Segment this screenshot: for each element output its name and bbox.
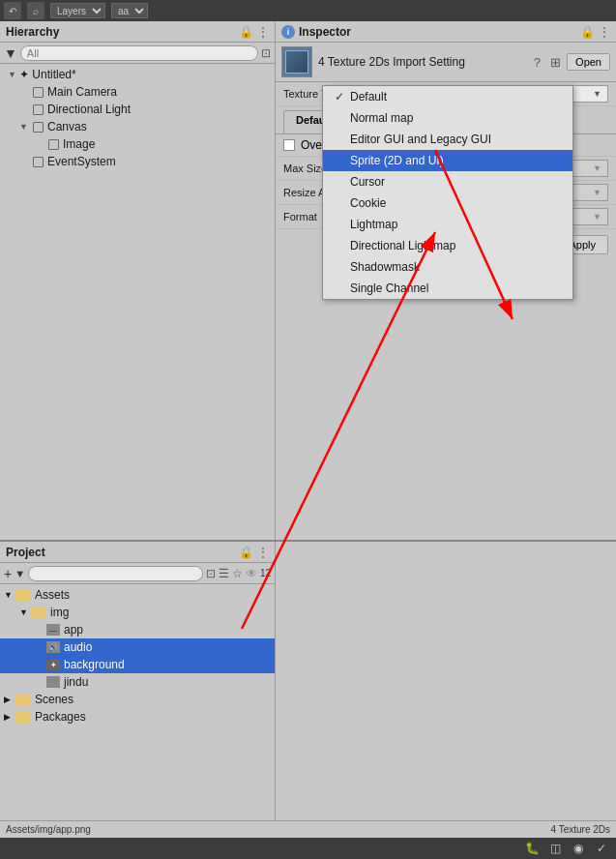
- max-size-arrow: ▼: [593, 163, 601, 173]
- option-default[interactable]: ✓ Default: [323, 86, 572, 107]
- project-eye-icon[interactable]: 👁: [246, 567, 257, 580]
- project-item-app[interactable]: — app: [0, 621, 275, 638]
- tree-item-canvas[interactable]: ▼ Canvas: [0, 118, 275, 135]
- project-item-audio[interactable]: 🔊 audio: [0, 638, 275, 656]
- option-normal-map[interactable]: Normal map: [323, 107, 572, 129]
- status-count: 4 Texture 2Ds: [550, 824, 610, 835]
- layers-select[interactable]: Layers: [50, 3, 105, 18]
- hierarchy-lock-icon[interactable]: 🔒: [239, 25, 253, 39]
- option-cookie[interactable]: Cookie: [323, 193, 572, 214]
- hierarchy-search-icon[interactable]: ⊡: [261, 46, 271, 60]
- resize-arrow: ▼: [593, 188, 601, 197]
- layers-bottom-icon[interactable]: ◫: [546, 840, 564, 857]
- check-default: ✓: [335, 90, 350, 104]
- option-cursor[interactable]: Cursor: [323, 171, 572, 193]
- file-background-icon: ✦: [46, 659, 60, 670]
- file-jindu-icon: [46, 676, 60, 688]
- option-normal-label: Normal map: [350, 111, 413, 125]
- inspector-body: 4 Texture 2Ds Import Setting ? ⊞ Open Te…: [276, 43, 616, 540]
- project-search-input[interactable]: [28, 566, 203, 581]
- project-lock-icon[interactable]: 🔒: [239, 546, 253, 559]
- label-jindu: jindu: [64, 675, 88, 689]
- label-img: img: [50, 606, 69, 619]
- project-star-icon[interactable]: ☆: [232, 567, 243, 580]
- option-editor-gui[interactable]: Editor GUI and Legacy GUI: [323, 129, 572, 150]
- folder-assets-icon: [15, 589, 31, 601]
- project-item-background[interactable]: ✦ background: [0, 656, 275, 673]
- project-more-icon[interactable]: ⋮: [257, 546, 269, 559]
- override-checkbox[interactable]: [283, 139, 295, 151]
- tree-item-untitled[interactable]: ▼ ✦ Untitled*: [0, 66, 275, 83]
- option-default-label: Default: [350, 90, 387, 104]
- tree-label-canvas: Canvas: [47, 120, 87, 133]
- texture-type-dropdown-wrapper: Default ▼ ✓ Default Normal map: [419, 85, 608, 103]
- project-view-icon2[interactable]: ☰: [219, 567, 229, 580]
- add-hierarchy-icon[interactable]: ▼: [4, 45, 17, 61]
- tree-label-image: Image: [63, 137, 95, 151]
- light-cube-icon: [31, 103, 44, 116]
- project-title: Project: [6, 546, 235, 559]
- texture-import-title: 4 Texture 2Ds Import Setting: [318, 55, 528, 69]
- option-cookie-label: Cookie: [350, 196, 386, 210]
- camera-cube-icon: [31, 85, 44, 99]
- option-editor-label: Editor GUI and Legacy GUI: [350, 133, 491, 146]
- settings-icon[interactable]: ⊞: [550, 55, 561, 70]
- project-header: Project 🔒 ⋮: [0, 542, 275, 563]
- bug-icon[interactable]: 🐛: [523, 840, 541, 857]
- hierarchy-search[interactable]: [20, 45, 258, 61]
- tree-item-eventsystem[interactable]: EventSystem: [0, 153, 275, 170]
- project-drop-icon[interactable]: ▼: [15, 568, 25, 579]
- project-item-jindu[interactable]: jindu: [0, 673, 275, 691]
- project-item-img[interactable]: ▼ img: [0, 604, 275, 621]
- inspector-more-icon[interactable]: ⋮: [599, 25, 610, 39]
- option-single-channel[interactable]: Single Channel: [323, 278, 572, 299]
- arrow-img: ▼: [19, 607, 31, 617]
- tree-item-main-camera[interactable]: Main Camera: [0, 83, 275, 101]
- option-lightmap[interactable]: Lightmap: [323, 214, 572, 235]
- tree-label-directional-light: Directional Light: [47, 103, 131, 116]
- label-assets: Assets: [35, 588, 70, 602]
- option-cursor-label: Cursor: [350, 175, 385, 189]
- help-icon[interactable]: ?: [534, 55, 541, 70]
- visibility-bottom-icon[interactable]: ◉: [570, 840, 587, 857]
- inspector-panel: i Inspector 🔒 ⋮ 4 Texture 2Ds Import Set…: [276, 21, 616, 540]
- hierarchy-toolbar: ▼ ⊡: [0, 43, 275, 64]
- hierarchy-content: ▼ ✦ Untitled* Main Camera: [0, 64, 275, 540]
- middle-area: Hierarchy 🔒 ⋮ ▼ ⊡ ▼ ✦ Untitled*: [0, 21, 616, 540]
- inspector-info-icon: i: [281, 25, 295, 39]
- project-num-badge: 12: [260, 568, 271, 578]
- project-view-icon1[interactable]: ⊡: [206, 567, 216, 580]
- folder-img-icon: [31, 607, 46, 618]
- project-toolbar: + ▼ ⊡ ☰ ☆ 👁 12: [0, 563, 275, 584]
- canvas-cube-icon: [31, 120, 44, 133]
- option-sprite-label: Sprite (2D and UI): [350, 154, 444, 167]
- label-app: app: [64, 623, 83, 637]
- dropdown-arrow-icon: ▼: [593, 89, 601, 99]
- arrow-untitled: ▼: [8, 70, 19, 79]
- search-icon[interactable]: ⌕: [27, 2, 44, 19]
- project-item-scenes[interactable]: ▶ Scenes: [0, 691, 275, 708]
- option-directional-lightmap[interactable]: Directional Lightmap: [323, 235, 572, 256]
- arrow-assets: ▼: [4, 590, 15, 600]
- label-scenes: Scenes: [35, 693, 73, 706]
- option-shadowmask-label: Shadowmask: [350, 260, 420, 274]
- project-panel: Project 🔒 ⋮ + ▼ ⊡ ☰ ☆ 👁 12 ▼ Assets: [0, 542, 276, 820]
- texture-type-row: Texture Type Default ▼ ✓ Default: [276, 82, 616, 106]
- texture-type-dropdown-menu[interactable]: ✓ Default Normal map Editor GUI and Lega…: [322, 85, 573, 300]
- option-sprite[interactable]: Sprite (2D and UI): [323, 150, 572, 171]
- aa-select[interactable]: aa: [111, 3, 148, 18]
- add-project-icon[interactable]: +: [4, 566, 12, 581]
- hierarchy-more-icon[interactable]: ⋮: [257, 25, 269, 39]
- inspector-lock-icon[interactable]: 🔒: [580, 25, 595, 39]
- option-shadowmask[interactable]: Shadowmask: [323, 256, 572, 278]
- project-item-packages[interactable]: ▶ Packages: [0, 708, 275, 726]
- open-button[interactable]: Open: [567, 53, 610, 71]
- project-item-assets[interactable]: ▼ Assets: [0, 586, 275, 604]
- undo-icon[interactable]: ↶: [4, 2, 21, 19]
- check-bottom-icon[interactable]: ✓: [593, 840, 610, 857]
- hierarchy-title: Hierarchy: [6, 25, 235, 39]
- arrow-scenes: ▶: [4, 695, 15, 704]
- main-container: ↶ ⌕ Layers aa Hierarchy 🔒 ⋮ ▼ ⊡: [0, 0, 616, 859]
- tree-item-directional-light[interactable]: Directional Light: [0, 101, 275, 118]
- tree-item-image[interactable]: Image: [0, 135, 275, 153]
